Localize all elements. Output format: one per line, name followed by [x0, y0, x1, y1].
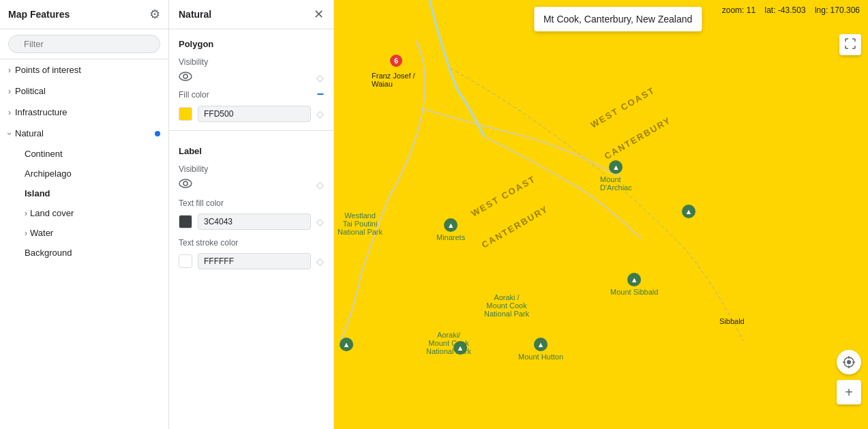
search-text: Mt Cook, Canterbury, New Zealand	[543, 14, 692, 25]
fill-color-value[interactable]: FFD500	[198, 106, 311, 122]
text-fill-color-value[interactable]: 3C4043	[198, 213, 311, 230]
sidebar-subitem-island[interactable]: Island	[0, 183, 168, 203]
sidebar-item-label: Political	[15, 86, 46, 96]
polygon-section-label: Polygon	[169, 29, 333, 52]
polygon-visibility-row: ◇	[169, 70, 333, 86]
sidebar-subitem-land-cover[interactable]: › Land cover	[0, 203, 168, 223]
mountain-marker-minarets: ▲ Minarets	[436, 218, 465, 241]
label-section-label: Label	[169, 136, 333, 159]
sidebar-header: Map Features ⚙	[0, 0, 168, 29]
eye-icon[interactable]	[179, 71, 192, 85]
sidebar-subitem-archipelago[interactable]: Archipelago	[0, 164, 168, 183]
sidebar-subitem-water[interactable]: › Water	[0, 223, 168, 243]
mountain-icon: ▲	[534, 338, 548, 351]
sidebar-item-label: Infrastructure	[15, 107, 68, 117]
diamond-icon[interactable]: ◇	[316, 179, 324, 190]
mountain-name: Mount Sibbald	[610, 288, 658, 296]
chevron-icon: ›	[8, 87, 11, 96]
close-icon[interactable]: ✕	[314, 7, 324, 22]
park-marker-aoraki2: ▲	[453, 341, 467, 355]
place-label-franz-josef: Franz Josef /Waiau	[372, 72, 415, 88]
park-icon: ▲	[682, 205, 695, 218]
park-label-aoraki-1: Aoraki /Mount CookNational Park	[484, 293, 529, 318]
sidebar-item-political[interactable]: › Political	[0, 80, 168, 102]
svg-point-0	[179, 72, 192, 80]
minus-icon[interactable]: −	[316, 87, 324, 102]
plus-icon: +	[845, 385, 853, 400]
map-svg	[334, 0, 868, 429]
sidebar-subitem-continent[interactable]: Continent	[0, 144, 168, 164]
chevron-icon: ›	[8, 108, 11, 117]
chevron-icon: ›	[8, 65, 11, 75]
lat-value: -43.503	[778, 5, 806, 15]
mountain-name: Minarets	[436, 233, 465, 241]
text-fill-color-swatch[interactable]	[179, 215, 192, 228]
sidebar-item-label: Points of interest	[15, 65, 81, 75]
text-stroke-color-label: Text stroke color	[169, 233, 333, 250]
region-label-canterbury-2: CANTERBURY	[480, 203, 550, 250]
label-visibility-label: Visibility	[169, 159, 333, 177]
diamond-icon[interactable]: ◇	[316, 256, 324, 267]
sidebar: Map Features ⚙ ≡ › Points of interest › …	[0, 0, 169, 429]
mountain-name: MountD'Archiac	[600, 175, 632, 192]
svg-point-2	[179, 179, 192, 188]
label-visibility-row: ◇	[169, 177, 333, 193]
region-label-west-coast-1: WEST COAST	[588, 85, 657, 130]
zoom-plus-button[interactable]: +	[837, 380, 861, 404]
sidebar-item-label: Natural	[15, 128, 44, 138]
fullscreen-button[interactable]	[839, 34, 861, 55]
search-box: Mt Cook, Canterbury, New Zealand	[534, 7, 702, 31]
lng-value: 170.306	[830, 5, 860, 15]
filter-bar: ≡	[0, 29, 168, 59]
sidebar-title: Map Features	[8, 9, 70, 20]
text-stroke-color-swatch[interactable]	[179, 254, 192, 268]
park-icon: ▲	[453, 341, 467, 355]
diamond-icon[interactable]: ◇	[316, 216, 324, 227]
filter-wrap: ≡	[8, 35, 160, 53]
location-button[interactable]	[837, 350, 861, 374]
text-stroke-color-row: FFFFFF ◇	[169, 250, 333, 272]
chevron-icon: ›	[25, 209, 27, 218]
gear-icon[interactable]: ⚙	[149, 7, 160, 22]
park-label-aoraki-2: Aoraki/Mount CookNational Park	[426, 331, 471, 355]
mountain-marker-darchiac: ▲ MountD'Archiac	[600, 160, 632, 192]
active-dot	[155, 131, 160, 136]
filter-input[interactable]	[8, 35, 160, 53]
eye-icon[interactable]	[179, 178, 192, 192]
sidebar-item-infrastructure[interactable]: › Infrastructure	[0, 102, 168, 123]
svg-point-1	[183, 74, 188, 78]
lng-label: lng:	[815, 5, 828, 15]
mountain-icon: ▲	[609, 160, 623, 174]
map-coordinates: zoom: 11 lat: -43.503 lng: 170.306	[722, 5, 860, 15]
mountain-name: Mount Hutton	[518, 353, 563, 361]
middle-panel-header: Natural ✕	[169, 0, 333, 29]
sidebar-item-natural[interactable]: › Natural	[0, 123, 168, 144]
marker-label: 6	[394, 57, 398, 65]
svg-point-3	[183, 181, 188, 186]
mountain-icon: ▲	[627, 273, 641, 286]
text-fill-color-label: Text fill color	[169, 193, 333, 211]
map-area[interactable]: zoom: 11 lat: -43.503 lng: 170.306 Mt Co…	[334, 0, 868, 429]
region-label-canterbury-1: CANTERBURY	[603, 115, 673, 161]
zoom-value: 11	[747, 5, 755, 15]
mountain-icon: ▲	[444, 218, 458, 232]
park-marker-aoraki1: ▲	[682, 205, 695, 218]
chevron-icon: ›	[25, 228, 27, 238]
lat-label: lat:	[765, 5, 776, 15]
chevron-icon: ›	[5, 132, 14, 135]
text-fill-color-row: 3C4043 ◇	[169, 211, 333, 233]
middle-panel: Natural ✕ Polygon Visibility ◇ Fill colo…	[169, 0, 334, 429]
map-marker-6[interactable]: 6	[390, 55, 402, 67]
mountain-marker-hutton: ▲ Mount Hutton	[518, 338, 563, 361]
fill-color-swatch[interactable]	[179, 107, 192, 121]
park-icon: ▲	[340, 338, 353, 351]
svg-point-5	[847, 360, 851, 364]
text-stroke-color-value[interactable]: FFFFFF	[198, 253, 311, 269]
park-label-westland: WestlandTai PoutiniNational Park	[338, 211, 383, 236]
divider	[169, 130, 333, 131]
sidebar-item-points-of-interest[interactable]: › Points of interest	[0, 59, 168, 80]
sidebar-subitem-background[interactable]: Background	[0, 243, 168, 263]
diamond-icon[interactable]: ◇	[316, 72, 324, 83]
diamond-icon[interactable]: ◇	[316, 108, 324, 119]
visibility-label: Visibility	[169, 52, 333, 70]
